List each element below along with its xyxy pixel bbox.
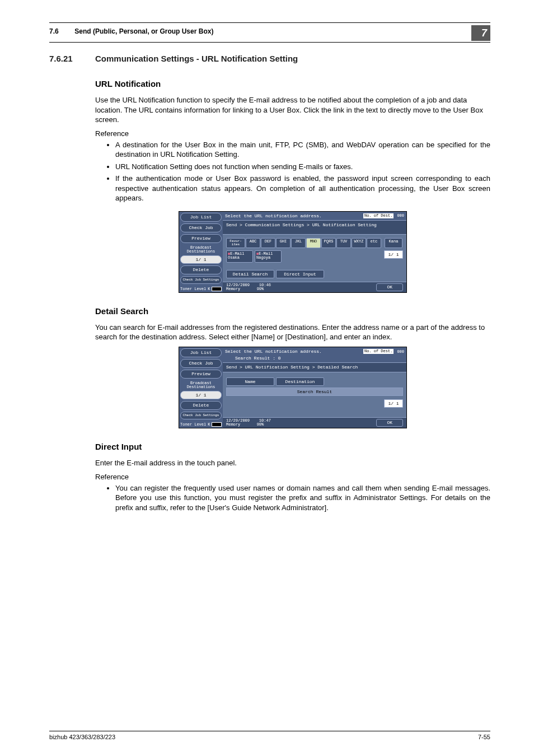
reference-item: A destination for the User Box in the ma… [115,140,490,160]
check-job-settings-button[interactable]: Check Job Settings [180,412,222,419]
tab-ghi[interactable]: GHI [276,238,291,248]
touch-screen-1: Job List Check Job Preview Broadcast Des… [179,211,407,293]
tab-kana[interactable]: Kana [385,238,402,248]
paragraph: You can search for E-mail addresses from… [95,323,490,342]
toner-level: Toner Level K [180,287,222,291]
paragraph: Use the URL Notification function to spe… [95,95,490,125]
direct-input-button[interactable]: Direct Input [276,270,324,278]
detail-search-button[interactable]: Detail Search [226,270,274,278]
preview-button[interactable]: Preview [180,370,222,379]
section-title: Communication Settings - URL Notificatio… [95,54,298,63]
footer-page: 7-55 [478,734,490,740]
timestamp: 12/29/2009 10:46 Memory 99% [226,283,271,291]
destination-card[interactable]: ◼E-MailOsaka [226,250,253,263]
job-list-button[interactable]: Job List [180,348,222,357]
tab-tuv[interactable]: TUV [336,238,351,248]
broadcast-label: Broadcast Destinations [180,246,222,254]
tab-pqrs[interactable]: PQRS [321,238,336,248]
destination-button[interactable]: Destination [276,377,324,386]
breadcrumb: Send > Communication Settings > URL Noti… [223,220,406,235]
search-result-count: Search Result : 0 [223,356,406,362]
page-box: 1/ 1 [384,250,403,259]
tab-abc[interactable]: ABC [246,238,260,248]
paragraph: Enter the E-mail address in the touch pa… [95,458,490,468]
page-indicator: 1/ 1 [180,255,222,264]
dest-count: No. of Dest. 000 [363,349,404,354]
subheading-detail-search: Detail Search [95,306,490,316]
ok-button[interactable]: OK [376,283,403,291]
tab-def[interactable]: DEF [261,238,275,248]
prompt-message: Select the URL notification address. [225,349,322,354]
destination-card[interactable]: ◼E-MailNagoya [255,250,282,263]
chapter-badge: 7 [471,25,490,41]
dest-count: No. of Dest. 000 [363,213,404,218]
reference-label: Reference [95,473,490,481]
delete-button[interactable]: Delete [180,265,222,274]
prompt-message: Select the URL notification address. [225,213,322,218]
tab-etc[interactable]: etc [367,238,381,248]
page-box: 1/ 1 [384,399,403,408]
check-job-button[interactable]: Check Job [180,223,222,232]
delete-button[interactable]: Delete [180,401,222,410]
job-list-button[interactable]: Job List [180,213,222,222]
header-section-number: 7.6 [49,27,73,35]
toner-level: Toner Level K [180,422,222,427]
broadcast-label: Broadcast Destinations [180,381,222,389]
tab-jkl[interactable]: JKL [291,238,306,248]
name-button[interactable]: Name [226,377,274,386]
header-section-title: Send (Public, Personal, or Group User Bo… [74,27,213,35]
tab-wxyz[interactable]: WXYZ [352,238,366,248]
touch-screen-2: Job List Check Job Preview Broadcast Des… [179,347,407,428]
check-job-settings-button[interactable]: Check Job Settings [180,276,222,284]
ok-button[interactable]: OK [376,419,403,427]
reference-list: A destination for the User Box in the ma… [95,140,490,203]
reference-label: Reference [95,129,490,138]
preview-button[interactable]: Preview [180,234,222,243]
page-indicator: 1/ 1 [180,391,222,399]
subheading-direct-input: Direct Input [95,442,490,451]
tab-mno[interactable]: MNO [306,238,321,248]
reference-item: You can register the frequently used use… [115,483,490,513]
breadcrumb: Send > URL Notification Setting > Detail… [223,362,406,372]
check-job-button[interactable]: Check Job [180,359,222,368]
reference-list: You can register the frequently used use… [95,483,490,513]
subheading-url-notification: URL Notification [95,79,490,88]
running-header: 7.6 Send (Public, Personal, or Group Use… [49,25,213,35]
reference-item: If the authentication mode or User Box p… [115,174,490,203]
timestamp: 12/29/2009 10:47 Memory 99% [226,419,271,427]
tab-favorites[interactable]: Favor- ites [226,238,245,248]
section-number: 7.6.21 [49,54,95,63]
reference-item: URL Notification Setting does not functi… [115,162,490,172]
search-result-bar: Search Result [226,388,403,396]
footer-model: bizhub 423/363/283/223 [49,734,115,740]
